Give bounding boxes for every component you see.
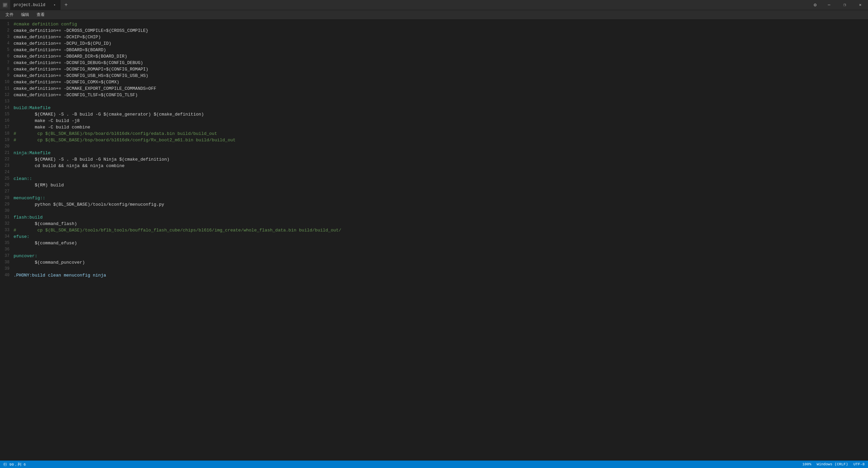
table-row: 29 python $(BL_SDK_BASE)/tools/kconfig/m… [0,201,868,208]
code-content: 1#cmake definition config2cmake_definiti… [0,20,868,280]
table-row: 17 make -C build combine [0,124,868,130]
table-row: 2cmake_definition+= -DCROSS_COMPILE=${CR… [0,27,868,34]
table-row: 19# cp $(BL_SDK_BASE)/bsp/board/bl616dk/… [0,137,868,143]
close-button[interactable]: ✕ [852,0,868,10]
line-number: 2 [0,27,14,34]
line-text: #cmake definition config [14,21,77,27]
table-row: 16 make -C build -j8 [0,118,868,124]
title-bar: project.build • + ⚙ — ❐ ✕ [0,0,868,10]
line-number: 9 [0,73,14,79]
table-row: 39 [0,266,868,272]
line-number: 31 [0,214,14,221]
table-row: 5cmake_definition+= -DBOARD=$(BOARD) [0,47,868,53]
line-number: 10 [0,79,14,85]
line-text: $(command_efuse) [14,240,77,246]
new-tab-button[interactable]: + [61,0,71,10]
line-number: 32 [0,221,14,227]
line-text: cmake_definition+= -DCROSS_COMPILE=${CRO… [14,27,148,34]
line-number: 40 [0,272,14,279]
table-row: 32 $(command_flash) [0,221,868,227]
table-row: 13 [0,98,868,105]
line-number: 4 [0,40,14,47]
table-row: 21ninja:Makefile [0,150,868,156]
line-text: make -C build -j8 [14,118,80,124]
line-text: python $(BL_SDK_BASE)/tools/kconfig/menu… [14,201,164,208]
table-row: 7cmake_definition+= -DCONFIG_DEBUG=$(CON… [0,60,868,66]
table-row: 3cmake_definition+= -DCHIP=$(CHIP) [0,34,868,40]
line-number: 30 [0,208,14,214]
menu-item-编辑[interactable]: 编辑 [18,11,33,19]
table-row: 37puncover: [0,253,868,259]
zoom-level[interactable]: 100% [802,462,811,466]
line-text: $(CMAKE) -S . -B build -G $(cmake_genera… [14,111,204,118]
line-text: $(RM) build [14,182,64,188]
line-number: 17 [0,124,14,130]
settings-button[interactable]: ⚙ [809,0,821,10]
status-left: 行 90，列 6 [3,462,26,467]
table-row: 38 $(command_puncover) [0,259,868,266]
line-number: 27 [0,188,14,195]
table-row: 18# cp $(BL_SDK_BASE)/bsp/board/bl616dk/… [0,130,868,137]
table-row: 15 $(CMAKE) -S . -B build -G $(cmake_gen… [0,111,868,118]
line-number: 7 [0,60,14,66]
line-text: $(command_flash) [14,221,77,227]
tab-project-build[interactable]: project.build • [10,0,61,10]
restore-button[interactable]: ❐ [837,0,852,10]
line-number: 35 [0,240,14,246]
table-row: 31flash:build [0,214,868,221]
line-text: cmake_definition+= -DCONFIG_TLSF=$(CONFI… [14,92,138,98]
line-number: 37 [0,253,14,259]
line-text: menuconfig:: [14,195,45,201]
line-number: 24 [0,169,14,176]
table-row: 23 cd build && ninja && ninja combine [0,163,868,169]
table-row: 34efuse: [0,233,868,240]
line-text: cmake_definition+= -DBOARD=$(BOARD) [14,47,106,53]
table-row: 22 $(CMAKE) -S . -B build -G Ninja $(cma… [0,156,868,163]
line-number: 23 [0,163,14,169]
editor-area[interactable]: 1#cmake definition config2cmake_definiti… [0,20,868,461]
table-row: 35 $(command_efuse) [0,240,868,246]
line-number: 14 [0,105,14,111]
line-number: 13 [0,98,14,105]
table-row: 40.PHONY:build clean menuconfig ninja [0,272,868,279]
svg-rect-2 [3,5,7,5]
line-number: 36 [0,246,14,253]
menu-item-查看[interactable]: 查看 [33,11,48,19]
line-number: 34 [0,233,14,240]
status-bar: 行 90，列 6 100% Windows (CRLF) UTF-8 [0,461,868,468]
table-row: 28menuconfig:: [0,195,868,201]
line-text: build:Makefile [14,105,50,111]
menu-item-文件[interactable]: 文件 [2,11,17,19]
minimize-button[interactable]: — [821,0,837,10]
line-number: 11 [0,85,14,92]
line-number: 22 [0,156,14,163]
table-row: 36 [0,246,868,253]
line-ending[interactable]: Windows (CRLF) [817,462,848,466]
table-row: 6cmake_definition+= -DBOARD_DIR=$(BOARD_… [0,53,868,60]
line-number: 6 [0,53,14,60]
line-text: ninja:Makefile [14,150,50,156]
tab-bar: project.build • + [10,0,809,10]
line-number: 26 [0,182,14,188]
line-text: cmake_definition+= -DCONFIG_DEBUG=$(CONF… [14,60,143,66]
tab-close-button[interactable]: • [52,2,57,8]
table-row: 27 [0,188,868,195]
line-text: flash:build [14,214,43,221]
encoding[interactable]: UTF-8 [853,462,865,466]
line-number: 29 [0,201,14,208]
svg-rect-1 [3,4,7,4]
table-row: 9cmake_definition+= -DCONFIG_USB_HS=$(CO… [0,73,868,79]
table-row: 26 $(RM) build [0,182,868,188]
cursor-position[interactable]: 行 90，列 6 [3,462,26,467]
table-row: 1#cmake definition config [0,21,868,27]
line-text: cmake_definition+= -DCPU_ID=$(CPU_ID) [14,40,111,47]
line-text: # cp $(BL_SDK_BASE)/bsp/board/bl616dk/co… [14,130,217,137]
line-text: cmake_definition+= -DCONFIG_ROMAPI=$(CON… [14,66,148,73]
line-number: 3 [0,34,14,40]
line-number: 20 [0,143,14,150]
app-icon [0,0,10,10]
line-text: $(CMAKE) -S . -B build -G Ninja $(cmake_… [14,156,169,163]
line-text: clean:: [14,176,32,182]
line-number: 25 [0,176,14,182]
table-row: 24 [0,169,868,176]
